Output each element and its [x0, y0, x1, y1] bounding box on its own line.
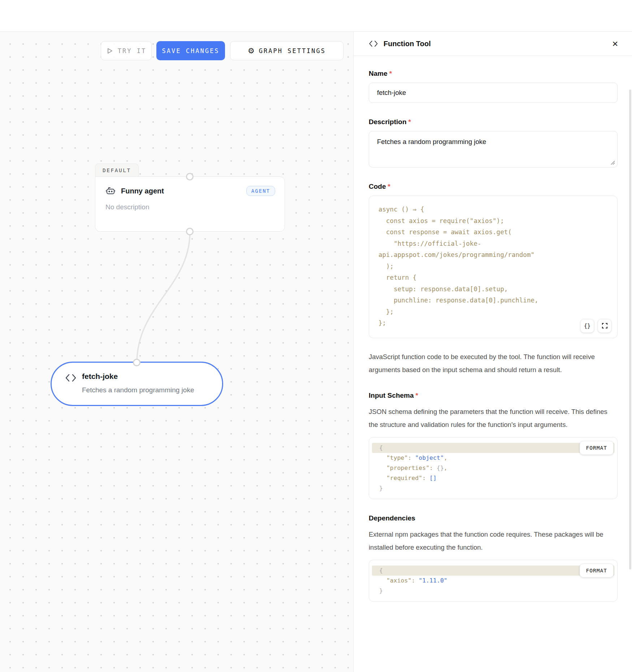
tool-node-title: fetch-joke [82, 372, 194, 381]
description-input[interactable]: Fetches a random programming joke [369, 131, 618, 167]
json-code-line: "properties": {}, [372, 463, 614, 473]
dependencies-editor[interactable]: FORMAT { "axios": "1.11.0"} [369, 560, 618, 602]
dependencies-label: Dependencies [369, 514, 618, 522]
edge-agent-to-tool [0, 32, 353, 672]
try-it-button[interactable]: TRY IT [101, 41, 152, 60]
name-input[interactable]: fetch-joke [369, 83, 618, 103]
code-label: Code* [369, 183, 618, 191]
name-label: Name* [369, 70, 618, 78]
expand-button[interactable] [598, 319, 611, 333]
panel-body: Name* fetch-joke Description* Fetches a … [354, 56, 632, 616]
required-asterisk: * [388, 183, 390, 190]
panel-scrollbar[interactable] [629, 90, 631, 570]
input-schema-help-text: JSON schema defining the parameters that… [369, 405, 618, 431]
code-help-text: JavaScript function code to be executed … [369, 350, 618, 376]
panel-header: Function Tool ✕ [354, 32, 632, 56]
json-code-line: "axios": "1.11.0" [372, 576, 614, 586]
tool-node-top-handle[interactable] [133, 359, 140, 366]
top-bar [0, 0, 632, 32]
try-it-label: TRY IT [118, 47, 146, 54]
agent-node-top-handle[interactable] [186, 173, 194, 180]
required-asterisk: * [416, 392, 418, 399]
description-label: Description* [369, 118, 618, 126]
close-icon[interactable]: ✕ [612, 40, 618, 48]
format-button[interactable]: FORMAT [580, 564, 614, 577]
json-code-line: } [372, 483, 614, 493]
agent-node-title: Funny agent [121, 187, 246, 195]
code-editor[interactable]: async () ⇒ { const axios = require("axio… [369, 196, 618, 338]
format-button[interactable]: FORMAT [580, 441, 614, 455]
required-asterisk: * [408, 118, 411, 126]
graph-settings-button[interactable]: ⚙ GRAPH SETTINGS [230, 41, 343, 60]
code-icon [65, 374, 76, 382]
gear-icon: ⚙ [248, 47, 255, 55]
agent-node-description: No description [95, 196, 285, 211]
json-code-line: "type": "object", [372, 453, 614, 463]
group-tab-default[interactable]: DEFAULT [95, 163, 139, 176]
braces-button[interactable]: {} [580, 319, 594, 333]
json-code-line: { [372, 566, 614, 576]
tool-node-description: Fetches a random programming joke [82, 386, 194, 394]
input-schema-editor[interactable]: FORMAT { "type": "object", "properties":… [369, 437, 618, 499]
panel-title: Function Tool [384, 40, 606, 48]
graph-settings-label: GRAPH SETTINGS [259, 47, 326, 54]
graph-canvas[interactable]: TRY IT SAVE CHANGES ⚙ GRAPH SETTINGS DEF… [0, 32, 353, 672]
dependencies-help-text: External npm packages that the function … [369, 528, 618, 554]
json-code-line: "required": [] [372, 473, 614, 483]
json-code-line: { [372, 443, 614, 453]
function-tool-panel: Function Tool ✕ Name* fetch-joke Descrip… [353, 32, 632, 672]
robot-icon [105, 186, 116, 196]
play-icon [106, 47, 113, 54]
input-schema-label: Input Schema* [369, 392, 618, 400]
save-changes-label: SAVE CHANGES [162, 47, 220, 54]
tool-node-fetch-joke[interactable]: fetch-joke Fetches a random programming … [51, 362, 223, 406]
code-content[interactable]: async () ⇒ { const axios = require("axio… [378, 204, 608, 329]
agent-node-bottom-handle[interactable] [186, 228, 194, 235]
save-changes-button[interactable]: SAVE CHANGES [156, 41, 225, 60]
function-tool-icon [369, 40, 378, 47]
agent-type-badge: AGENT [246, 186, 275, 196]
resize-handle-icon[interactable] [610, 160, 615, 165]
agent-node[interactable]: Funny agent AGENT No description [95, 176, 285, 232]
group-tab-label: DEFAULT [103, 167, 131, 173]
json-code-line: } [372, 586, 614, 596]
required-asterisk: * [389, 70, 392, 77]
expand-icon [602, 323, 608, 329]
